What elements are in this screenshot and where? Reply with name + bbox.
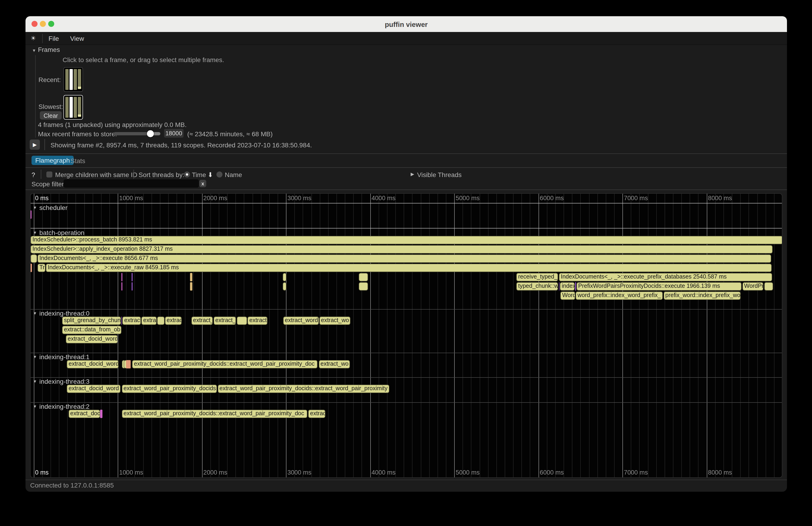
- scope-bar[interactable]: extract_word_pair_proximity_docids::extr…: [122, 410, 307, 418]
- scope-bar[interactable]: [31, 254, 37, 263]
- scope-bar[interactable]: extract_docid_word: [66, 335, 118, 344]
- help-button[interactable]: ?: [31, 171, 35, 178]
- scope-bar[interactable]: extract_: [214, 317, 236, 325]
- scope-bar[interactable]: extract::data_from_ob: [62, 326, 121, 334]
- scope-bar[interactable]: [121, 273, 122, 281]
- tab-flamegraph[interactable]: Flamegraph: [31, 156, 73, 165]
- merge-children-checkbox[interactable]: [46, 171, 53, 177]
- scope-bar[interactable]: IndexDocuments<_, _>::execute_raw 8459.1…: [46, 264, 772, 272]
- max-frames-value[interactable]: 18000: [164, 129, 184, 138]
- scope-bar[interactable]: [121, 317, 122, 325]
- frames-header[interactable]: ▼ Frames: [32, 46, 60, 53]
- thread-header-scheduler[interactable]: ▼scheduler: [33, 204, 68, 211]
- scope-bar[interactable]: word_prefix::index_word_prefix_: [576, 292, 663, 300]
- scope-bar[interactable]: extract_word: [283, 317, 319, 325]
- frame-bar[interactable]: [78, 97, 81, 117]
- thread-name: indexing-thread:1: [39, 353, 89, 360]
- scope-bar[interactable]: extract_wo: [319, 360, 350, 368]
- scope-bar[interactable]: [132, 282, 132, 291]
- scope-bar[interactable]: WordPr: [742, 282, 763, 291]
- frame-bar[interactable]: [78, 69, 81, 89]
- scope-bar[interactable]: [559, 282, 560, 291]
- app-theme-icon[interactable]: ☀: [31, 35, 36, 42]
- scope-bar[interactable]: extrac: [165, 317, 182, 325]
- scope-filter-input[interactable]: [63, 179, 199, 188]
- scope-bar[interactable]: [190, 282, 192, 291]
- scope-bar[interactable]: extract: [122, 317, 141, 325]
- scope-bar[interactable]: extract_docid_word: [67, 385, 120, 393]
- menu-item-view[interactable]: View: [70, 34, 84, 42]
- scope-bar[interactable]: Trans: [38, 264, 45, 272]
- scope-bar[interactable]: split_grenad_by_chun: [62, 317, 121, 325]
- scope-bar[interactable]: [100, 410, 102, 418]
- thread-header-batch-operation[interactable]: ▼batch-operation: [33, 229, 84, 236]
- visible-threads-header[interactable]: Visible Threads: [417, 171, 462, 178]
- menu-item-file[interactable]: File: [48, 34, 59, 42]
- axis-tick-label: 4000 ms: [372, 469, 395, 476]
- scope-bar[interactable]: IndexDocuments<_, _>::execute 8656.677 m…: [38, 254, 771, 263]
- recent-label: Recent:: [39, 76, 61, 84]
- frame-bar[interactable]: [66, 97, 69, 118]
- scope-filter-label: Scope filter:: [31, 180, 66, 188]
- scope-bar[interactable]: [237, 317, 247, 325]
- scope-bar[interactable]: prefix_word::index_prefix_wo: [664, 292, 740, 300]
- scope-bar[interactable]: index: [560, 282, 575, 291]
- sort-time-radio[interactable]: [184, 171, 190, 177]
- scope-bar[interactable]: IndexScheduler>::apply_index_operation 8…: [31, 245, 773, 253]
- scope-bar[interactable]: [575, 282, 576, 291]
- axis-tick-label: 5000 ms: [455, 195, 480, 202]
- thread-header-indexing-thread:2[interactable]: ▼indexing-thread:2: [33, 403, 89, 410]
- scope-bar[interactable]: [126, 360, 130, 368]
- slowest-frame-thumbnail[interactable]: [63, 95, 83, 120]
- scope-bar[interactable]: PrefixWordPairsProximityDocids::execute …: [576, 282, 741, 291]
- thread-header-indexing-thread:3[interactable]: ▼indexing-thread:3: [33, 378, 89, 385]
- scope-bar[interactable]: [359, 273, 368, 281]
- thread-header-indexing-thread:0[interactable]: ▼indexing-thread:0: [33, 310, 89, 317]
- scope-bar[interactable]: [30, 264, 32, 272]
- frame-bar[interactable]: [74, 69, 77, 90]
- frame-bar[interactable]: [74, 97, 77, 118]
- minimize-button[interactable]: [40, 21, 46, 27]
- scope-bar[interactable]: extract_word_pair_proximity_docids: [122, 385, 217, 393]
- divider: [41, 170, 41, 179]
- flamegraph-panel[interactable]: 0 ms1000 ms2000 ms3000 ms4000 ms5000 ms6…: [30, 193, 782, 478]
- close-button[interactable]: [31, 21, 38, 27]
- scope-bar[interactable]: [190, 273, 192, 281]
- scope-bar[interactable]: receive_typed_: [516, 273, 558, 281]
- frame-bar[interactable]: [66, 69, 69, 90]
- collapse-triangle-icon: ▼: [33, 311, 37, 316]
- sort-direction-arrow-icon[interactable]: ⬇: [208, 171, 213, 178]
- recent-frame-thumbnail[interactable]: [63, 67, 83, 92]
- sort-name-radio[interactable]: [216, 171, 222, 177]
- play-button[interactable]: ▶: [30, 140, 40, 150]
- scope-bar[interactable]: extract_doc: [68, 410, 100, 418]
- scope-filter-clear-button[interactable]: x: [199, 180, 206, 187]
- scope-bar[interactable]: [359, 282, 368, 291]
- scope-bar[interactable]: extract_: [191, 317, 213, 325]
- scope-bar[interactable]: extract: [247, 317, 267, 325]
- scope-bar[interactable]: [132, 273, 132, 281]
- maximize-button[interactable]: [48, 21, 54, 27]
- slider-knob[interactable]: [147, 130, 154, 137]
- scope-bar[interactable]: IndexDocuments<_, _>::execute_prefix_dat…: [559, 273, 772, 281]
- scope-bar[interactable]: extract_docid_word: [67, 360, 119, 368]
- scope-bar[interactable]: [121, 282, 122, 291]
- scope-bar[interactable]: typed_chunk::w: [516, 282, 558, 291]
- scope-bar[interactable]: extract_wo: [319, 317, 350, 325]
- scope-bar[interactable]: extract_word_pair_proximity_docids::extr…: [218, 385, 389, 393]
- scope-bar[interactable]: Word: [560, 292, 575, 300]
- scope-bar[interactable]: [764, 282, 773, 291]
- scope-bar[interactable]: IndexScheduler>::process_batch 8953.821 …: [31, 236, 782, 244]
- scope-bar[interactable]: [30, 210, 31, 219]
- tab-stats[interactable]: Stats: [70, 157, 85, 164]
- scope-bar[interactable]: [283, 282, 287, 291]
- frame-bar-selected[interactable]: [70, 69, 73, 90]
- scope-bar[interactable]: extract_word_pair_proximity_docids::extr…: [132, 360, 318, 368]
- scope-bar[interactable]: [157, 317, 164, 325]
- scope-bar[interactable]: extrac: [308, 410, 325, 418]
- frame-bar-selected[interactable]: [70, 97, 73, 118]
- scope-bar[interactable]: [283, 273, 287, 281]
- scope-bar[interactable]: extra: [141, 317, 157, 325]
- clear-button[interactable]: Clear: [40, 111, 62, 120]
- thread-header-indexing-thread:1[interactable]: ▼indexing-thread:1: [33, 353, 89, 360]
